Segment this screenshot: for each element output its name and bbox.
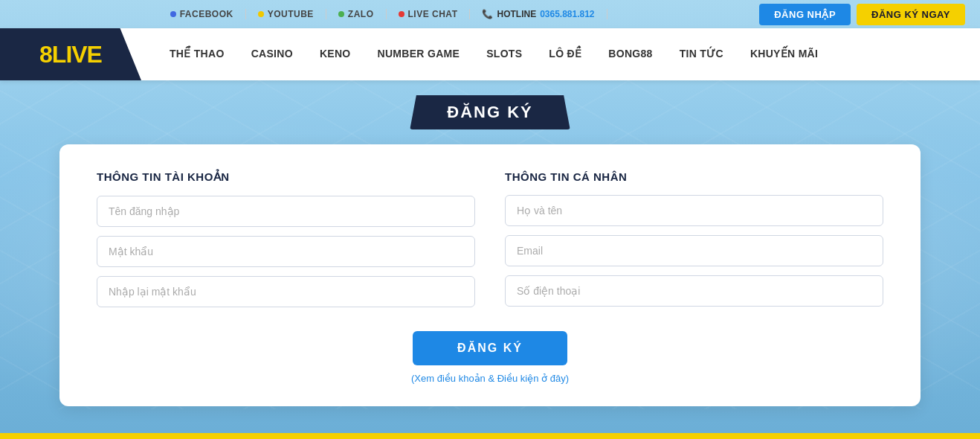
username-input[interactable] <box>97 196 475 227</box>
confirm-password-input[interactable] <box>97 276 475 307</box>
nav-item-keno[interactable]: KENO <box>306 28 364 80</box>
hotline-label: HOTLINE <box>497 9 536 19</box>
main-nav: THỂ THAO CASINO KENO NUMBER GAME SLOTS L… <box>141 28 980 80</box>
zalo-label: ZALO <box>348 9 374 19</box>
top-bar: FACEBOOK YOUTUBE ZALO LIVE CHAT 📞 HOTLIN… <box>0 0 980 28</box>
fullname-input[interactable] <box>505 195 883 226</box>
nav-item-lo-de[interactable]: LÔ ĐỀ <box>535 28 595 80</box>
youtube-dot <box>258 11 264 17</box>
nav-item-slots[interactable]: SLOTS <box>473 28 535 80</box>
page-content: ĐĂNG KÝ THÔNG TIN TÀI KHOẢN THÔNG TIN CÁ… <box>0 80 980 406</box>
zalo-link[interactable]: ZALO <box>326 9 387 19</box>
account-section-title: THÔNG TIN TÀI KHOẢN <box>97 170 475 184</box>
hotline-section: 📞 HOTLINE 0365.881.812 <box>470 9 607 19</box>
personal-section: THÔNG TIN CÁ NHÂN <box>505 170 883 316</box>
youtube-link[interactable]: YOUTUBE <box>246 9 326 19</box>
livechat-dot <box>399 11 404 17</box>
nav-item-tin-tuc[interactable]: TIN TỨC <box>666 28 737 80</box>
phone-icon: 📞 <box>482 9 493 19</box>
page-title-wrap: ĐĂNG KÝ <box>0 95 980 129</box>
logo-area[interactable]: 8LIVE <box>0 28 141 80</box>
facebook-label: FACEBOOK <box>180 9 233 19</box>
form-card: THÔNG TIN TÀI KHOẢN THÔNG TIN CÁ NHÂN ĐĂ… <box>59 144 921 406</box>
register-top-button[interactable]: ĐĂNG KÝ NGAY <box>857 4 965 25</box>
form-footer: ĐĂNG KÝ (Xem điều khoản & Điều kiện ở đâ… <box>97 331 883 384</box>
account-section: THÔNG TIN TÀI KHOẢN <box>97 170 475 316</box>
register-submit-button[interactable]: ĐĂNG KÝ <box>413 331 567 365</box>
livechat-link[interactable]: LIVE CHAT <box>387 9 471 19</box>
livechat-label: LIVE CHAT <box>408 9 458 19</box>
nav-item-number-game[interactable]: NUMBER GAME <box>364 28 474 80</box>
personal-section-title: THÔNG TIN CÁ NHÂN <box>505 170 883 183</box>
login-button[interactable]: ĐĂNG NHẬP <box>759 4 851 25</box>
logo: 8LIVE <box>39 41 102 68</box>
nav-item-the-thao[interactable]: THỂ THAO <box>156 28 238 80</box>
youtube-label: YOUTUBE <box>268 9 314 19</box>
logo-8: 8 <box>39 41 52 68</box>
terms-link[interactable]: (Xem điều khoản & Điều kiện ở đây) <box>411 373 569 384</box>
nav-item-khuyen-mai[interactable]: KHUYẾN MÃI <box>737 28 831 80</box>
logo-live: LIVE <box>52 41 102 68</box>
email-input[interactable] <box>505 235 883 266</box>
nav-item-casino[interactable]: CASINO <box>238 28 306 80</box>
top-bar-links: FACEBOOK YOUTUBE ZALO LIVE CHAT 📞 HOTLIN… <box>15 9 750 19</box>
facebook-link[interactable]: FACEBOOK <box>158 9 246 19</box>
phone-input[interactable] <box>505 275 883 307</box>
password-input[interactable] <box>97 236 475 267</box>
form-sections: THÔNG TIN TÀI KHOẢN THÔNG TIN CÁ NHÂN <box>97 170 883 316</box>
bottom-bar <box>0 433 980 439</box>
page-title: ĐĂNG KÝ <box>410 95 570 129</box>
header: 8LIVE THỂ THAO CASINO KENO NUMBER GAME S… <box>0 28 980 80</box>
nav-item-bong88[interactable]: BONG88 <box>595 28 665 80</box>
zalo-dot <box>338 11 344 17</box>
hotline-number: 0365.881.812 <box>540 9 594 19</box>
facebook-dot <box>170 11 176 17</box>
